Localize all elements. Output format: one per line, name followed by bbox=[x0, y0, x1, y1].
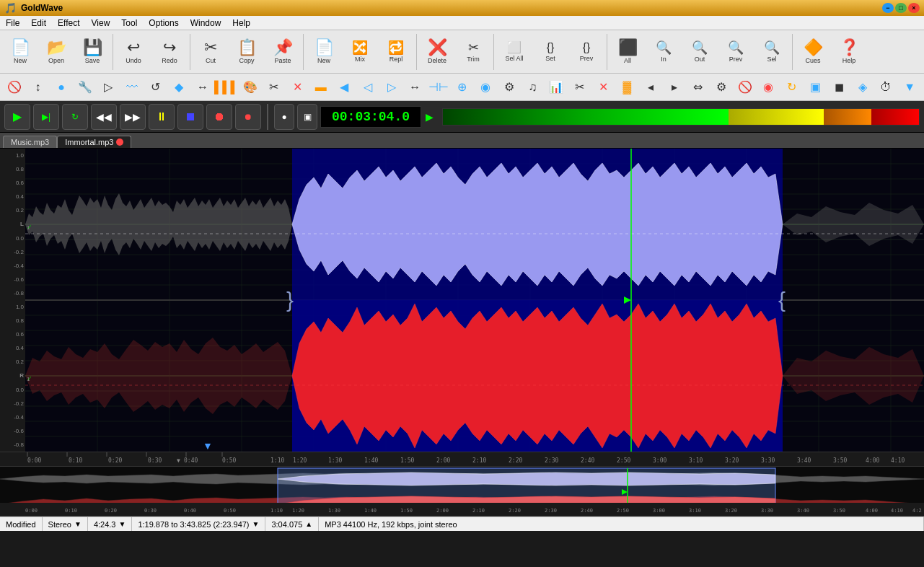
zoom-in-button[interactable]: 🔍In bbox=[646, 32, 681, 71]
chart-icon[interactable]: 📊 bbox=[545, 76, 568, 99]
mix-button[interactable]: 🔀Mix bbox=[343, 32, 377, 71]
paste-button[interactable]: 📌Paste bbox=[265, 32, 300, 71]
play-button[interactable]: ▶ bbox=[4, 104, 30, 130]
tab-music[interactable]: Music.mp3 bbox=[3, 136, 57, 148]
sel-button[interactable]: 🔍Sel bbox=[754, 32, 789, 71]
edit-icon[interactable]: 🔧 bbox=[74, 76, 97, 99]
settings-icon[interactable]: ⚙ bbox=[710, 76, 733, 99]
zoom-out-button[interactable]: 🔍Out bbox=[682, 32, 717, 71]
record-button[interactable]: ⏺ bbox=[206, 104, 232, 130]
open-button[interactable]: 📂Open bbox=[39, 32, 74, 71]
palette-icon[interactable]: 🎨 bbox=[239, 76, 262, 99]
set-button[interactable]: {}Set bbox=[533, 32, 568, 71]
cut-button[interactable]: ✂Cut bbox=[193, 32, 228, 71]
svg-text:3:00: 3:00 bbox=[653, 508, 665, 514]
screen-icon[interactable]: ▣ bbox=[804, 76, 827, 99]
menu-tool[interactable]: Tool bbox=[115, 17, 143, 30]
menu-effect[interactable]: Effect bbox=[52, 17, 85, 30]
red-circle-icon[interactable]: ◉ bbox=[757, 76, 780, 99]
minimize-button[interactable]: − bbox=[882, 3, 894, 13]
bulb-icon[interactable]: ◈ bbox=[851, 76, 874, 99]
circle-icon[interactable]: ● bbox=[50, 76, 73, 99]
stop-icon[interactable]: 🚫 bbox=[3, 76, 26, 99]
loop-icon[interactable]: ↻ bbox=[780, 76, 804, 99]
play-loop-button[interactable]: ↻ bbox=[62, 104, 88, 130]
more-icon[interactable]: ▼ bbox=[898, 76, 921, 99]
pause-button[interactable]: ⏸ bbox=[149, 104, 175, 130]
record-stop-button[interactable]: ⏺ bbox=[235, 104, 261, 130]
copy-button[interactable]: 📋Copy bbox=[229, 32, 264, 71]
h-expand-icon[interactable]: ⇔ bbox=[686, 76, 709, 99]
forward-button[interactable]: ▶▶ bbox=[120, 104, 146, 130]
maximize-button[interactable]: □ bbox=[895, 3, 907, 13]
sel-all-button[interactable]: ⬜Sel All bbox=[497, 32, 532, 71]
stretch-icon[interactable]: ↕ bbox=[27, 76, 50, 99]
menu-options[interactable]: Options bbox=[143, 17, 184, 30]
menu-window[interactable]: Window bbox=[185, 17, 227, 30]
repl-button[interactable]: 🔁Repl bbox=[379, 32, 413, 71]
all-button[interactable]: ⬛All bbox=[610, 32, 645, 71]
rainbow-icon[interactable]: ▬ bbox=[309, 76, 333, 99]
delete-button[interactable]: ❌Delete bbox=[420, 32, 454, 71]
blue-arrow-icon[interactable]: ◀ bbox=[333, 76, 356, 99]
mode-btn[interactable]: ● bbox=[274, 104, 294, 130]
expand-icon[interactable]: ↔ bbox=[191, 76, 214, 99]
ruler-icon[interactable]: ⊣⊢ bbox=[427, 76, 450, 99]
help-button[interactable]: ❓Help bbox=[832, 32, 866, 71]
svg-text:3:00: 3:00 bbox=[653, 457, 666, 464]
spectrum-icon[interactable]: ▓ bbox=[615, 76, 638, 99]
undo-button[interactable]: ↩Undo bbox=[116, 32, 151, 71]
rewind-button[interactable]: ◀◀ bbox=[91, 104, 117, 130]
menu-help[interactable]: Help bbox=[226, 17, 256, 30]
redo-button[interactable]: ↪Redo bbox=[152, 32, 187, 71]
prev2-button[interactable]: 🔍Prev bbox=[718, 32, 753, 71]
cues-button[interactable]: 🔶Cues bbox=[796, 32, 830, 71]
expand2-icon[interactable]: ↔ bbox=[404, 76, 427, 99]
sep1 bbox=[113, 34, 113, 70]
screen-btn[interactable]: ▣ bbox=[297, 104, 317, 130]
no-icon[interactable]: 🚫 bbox=[734, 76, 757, 99]
menu-view[interactable]: View bbox=[86, 17, 116, 30]
play-sel-button[interactable]: ▶| bbox=[33, 104, 59, 130]
tab-close-icon[interactable] bbox=[116, 139, 123, 146]
stop-button[interactable]: ⏹ bbox=[177, 104, 203, 130]
right-icon[interactable]: ▸ bbox=[663, 76, 686, 99]
svg-text:0:00: 0:00 bbox=[27, 457, 41, 464]
fwd-icon[interactable]: ▷ bbox=[380, 76, 403, 99]
trim-button[interactable]: ✂Trim bbox=[456, 32, 490, 71]
duration-dropdown[interactable]: ▼ bbox=[119, 520, 126, 528]
svg-text:4:00: 4:00 bbox=[866, 508, 878, 514]
new2-button[interactable]: 📄New bbox=[307, 32, 341, 71]
stop2-icon[interactable]: ◼ bbox=[827, 76, 850, 99]
scissors2-icon[interactable]: ✂ bbox=[568, 76, 591, 99]
waveform-main[interactable]: 1.00.80.60.40.2 L0.0 -0.2-0.4-0.6-0.8 1.… bbox=[0, 149, 924, 452]
close-button[interactable]: × bbox=[908, 3, 920, 13]
bars-icon[interactable]: ▌▌▌ bbox=[215, 76, 238, 99]
x2-icon[interactable]: ✕ bbox=[592, 76, 615, 99]
mini-waveform-overview[interactable]: 0:00 0:10 0:20 0:30 0:40 0:50 1:10 1:20 … bbox=[0, 466, 924, 517]
cut2-icon[interactable]: ✂ bbox=[263, 76, 286, 99]
target-icon[interactable]: ⊕ bbox=[451, 76, 474, 99]
gear-icon[interactable]: ⚙ bbox=[498, 76, 521, 99]
play2-icon[interactable]: ▷ bbox=[97, 76, 120, 99]
position-dropdown[interactable]: ▲ bbox=[305, 520, 312, 528]
selection-dropdown[interactable]: ▼ bbox=[252, 520, 260, 528]
wave-icon[interactable]: 〰 bbox=[120, 76, 144, 99]
music-icon[interactable]: ♫ bbox=[522, 76, 545, 99]
rotate-icon[interactable]: ↺ bbox=[144, 76, 167, 99]
x-icon[interactable]: ✕ bbox=[286, 76, 309, 99]
save-button[interactable]: 💾Save bbox=[75, 32, 110, 71]
format-value: MP3 44100 Hz, 192 kbps, joint stereo bbox=[325, 520, 457, 529]
tab-immortal[interactable]: Immortal.mp3 bbox=[57, 136, 131, 148]
diamond-icon[interactable]: ◆ bbox=[168, 76, 191, 99]
timer-icon[interactable]: ⏱ bbox=[875, 76, 898, 99]
circle2-icon[interactable]: ◉ bbox=[474, 76, 497, 99]
left-icon[interactable]: ◂ bbox=[639, 76, 662, 99]
channel-dropdown[interactable]: ▼ bbox=[74, 520, 82, 528]
prev-button[interactable]: {}Prev bbox=[569, 32, 604, 71]
menu-edit[interactable]: Edit bbox=[25, 17, 52, 30]
svg-rect-47 bbox=[0, 452, 924, 466]
back-icon[interactable]: ◁ bbox=[356, 76, 379, 99]
new-button[interactable]: 📄New bbox=[3, 32, 38, 71]
menu-file[interactable]: File bbox=[0, 17, 25, 30]
